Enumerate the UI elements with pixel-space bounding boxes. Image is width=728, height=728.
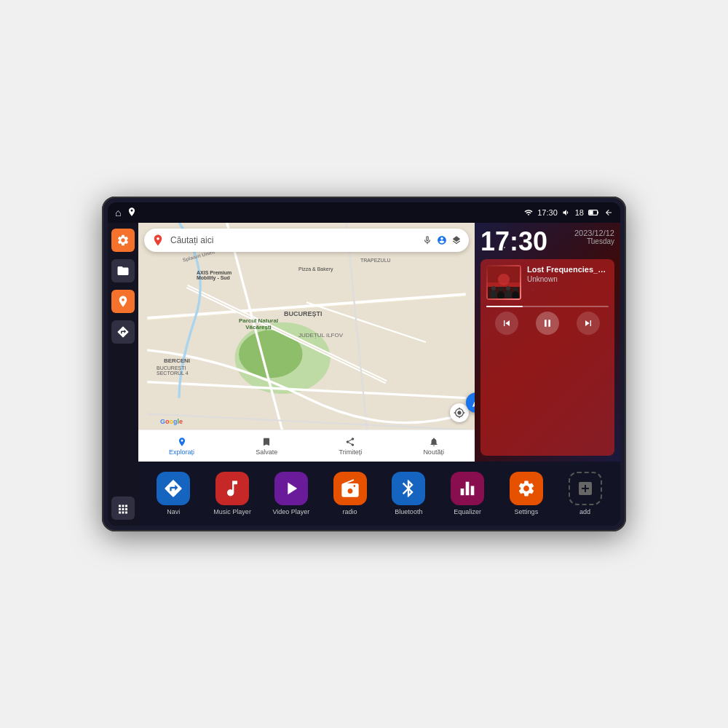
layers-icon[interactable] bbox=[451, 235, 462, 245]
app-item-music-player[interactable]: Music Player bbox=[210, 472, 254, 515]
content-area: AXIS PremiumMobility - Sud Pizza & Baker… bbox=[138, 223, 620, 526]
app-item-add[interactable]: add bbox=[563, 472, 607, 515]
clock-date: 2023/12/12 Tuesday bbox=[574, 229, 614, 245]
device-screen: ⌂ 17:30 18 bbox=[108, 202, 620, 526]
sidebar-item-navigation[interactable] bbox=[111, 320, 135, 344]
video-player-label: Video Player bbox=[272, 508, 309, 515]
sidebar bbox=[108, 223, 138, 526]
add-label: add bbox=[579, 508, 590, 515]
map-bottom-news[interactable]: Noutăți bbox=[423, 437, 444, 456]
app-item-video-player[interactable]: Video Player bbox=[269, 472, 313, 515]
account-icon[interactable] bbox=[437, 235, 447, 245]
music-pause-button[interactable] bbox=[536, 312, 559, 335]
map-area[interactable]: AXIS PremiumMobility - Sud Pizza & Baker… bbox=[138, 223, 475, 462]
sidebar-item-settings[interactable] bbox=[111, 229, 135, 252]
status-bar: ⌂ 17:30 18 bbox=[108, 202, 620, 223]
music-artist: Unknown bbox=[527, 275, 609, 283]
settings-label: Settings bbox=[515, 508, 539, 515]
music-next-button[interactable] bbox=[577, 312, 600, 335]
top-row: AXIS PremiumMobility - Sud Pizza & Baker… bbox=[138, 223, 620, 462]
mic-icon[interactable] bbox=[422, 235, 432, 245]
app-item-radio[interactable]: radio bbox=[328, 472, 372, 515]
music-progress-fill bbox=[486, 306, 523, 307]
maps-pin-icon bbox=[151, 234, 165, 247]
equalizer-icon-container bbox=[451, 472, 484, 505]
music-title: Lost Frequencies_Janie... bbox=[527, 265, 609, 274]
music-controls bbox=[486, 312, 609, 335]
add-icon-container bbox=[569, 472, 602, 505]
svg-rect-1 bbox=[589, 210, 593, 214]
map-search-icons bbox=[422, 235, 462, 245]
sidebar-item-grid[interactable] bbox=[111, 496, 135, 520]
music-progress-bar[interactable] bbox=[486, 306, 609, 307]
music-album-art bbox=[486, 265, 521, 300]
svg-point-22 bbox=[490, 290, 497, 298]
map-search-bar[interactable]: Căutați aici bbox=[144, 229, 469, 252]
svg-point-27 bbox=[499, 287, 503, 291]
bluetooth-label: Bluetooth bbox=[395, 508, 422, 515]
clock-widget: 17:30 2023/12/12 Tuesday bbox=[480, 229, 614, 255]
music-prev-button[interactable] bbox=[495, 312, 518, 335]
right-panel: 17:30 2023/12/12 Tuesday bbox=[475, 223, 620, 462]
music-widget: Lost Frequencies_Janie... Unknown bbox=[480, 259, 614, 456]
settings-icon-container bbox=[510, 472, 543, 505]
app-item-navi[interactable]: Navi bbox=[151, 472, 195, 515]
status-bar-right: 17:30 18 bbox=[524, 208, 613, 217]
navi-label: Navi bbox=[167, 508, 180, 515]
home-icon[interactable]: ⌂ bbox=[115, 207, 121, 218]
video-player-icon bbox=[274, 472, 308, 505]
app-grid-row: Navi Music Player Video Pl bbox=[138, 462, 620, 526]
app-item-settings[interactable]: Settings bbox=[505, 472, 548, 515]
svg-point-20 bbox=[498, 274, 510, 285]
map-svg bbox=[138, 223, 475, 462]
app-item-bluetooth[interactable]: Bluetooth bbox=[387, 472, 430, 515]
device-outer: ⌂ 17:30 18 bbox=[102, 197, 626, 531]
svg-point-29 bbox=[513, 287, 518, 291]
wifi-icon bbox=[524, 208, 533, 217]
music-info: Lost Frequencies_Janie... Unknown bbox=[486, 265, 609, 300]
battery-icon bbox=[588, 209, 600, 216]
sidebar-item-maps[interactable] bbox=[111, 290, 135, 313]
svg-point-26 bbox=[491, 286, 496, 290]
main-area: AXIS PremiumMobility - Sud Pizza & Baker… bbox=[108, 223, 620, 526]
svg-point-28 bbox=[506, 286, 510, 290]
clock-time: 17:30 bbox=[480, 229, 547, 255]
music-player-label: Music Player bbox=[213, 508, 251, 515]
status-time: 17:30 bbox=[537, 208, 558, 217]
equalizer-label: Equalizer bbox=[454, 508, 481, 515]
volume-icon bbox=[562, 208, 571, 217]
back-icon[interactable] bbox=[604, 208, 613, 217]
battery-level: 18 bbox=[575, 208, 584, 217]
map-bottom-share[interactable]: Trimiteți bbox=[339, 437, 363, 456]
map-bottom-bar: Explorați Salvate Trimiteți bbox=[138, 430, 475, 462]
map-bottom-saved[interactable]: Salvate bbox=[256, 437, 277, 456]
radio-label: radio bbox=[343, 508, 357, 515]
sidebar-item-files[interactable] bbox=[111, 259, 135, 282]
radio-icon-container bbox=[333, 472, 367, 505]
status-bar-left: ⌂ bbox=[115, 207, 137, 219]
bluetooth-icon-container bbox=[392, 472, 425, 505]
music-details: Lost Frequencies_Janie... Unknown bbox=[527, 265, 609, 300]
music-player-icon bbox=[215, 472, 249, 505]
svg-point-24 bbox=[505, 290, 512, 298]
navi-icon bbox=[157, 472, 190, 505]
app-item-equalizer[interactable]: Equalizer bbox=[446, 472, 489, 515]
maps-status-icon[interactable] bbox=[127, 207, 137, 219]
map-search-input[interactable]: Căutați aici bbox=[170, 235, 416, 245]
map-bottom-explore[interactable]: Explorați bbox=[169, 437, 194, 456]
